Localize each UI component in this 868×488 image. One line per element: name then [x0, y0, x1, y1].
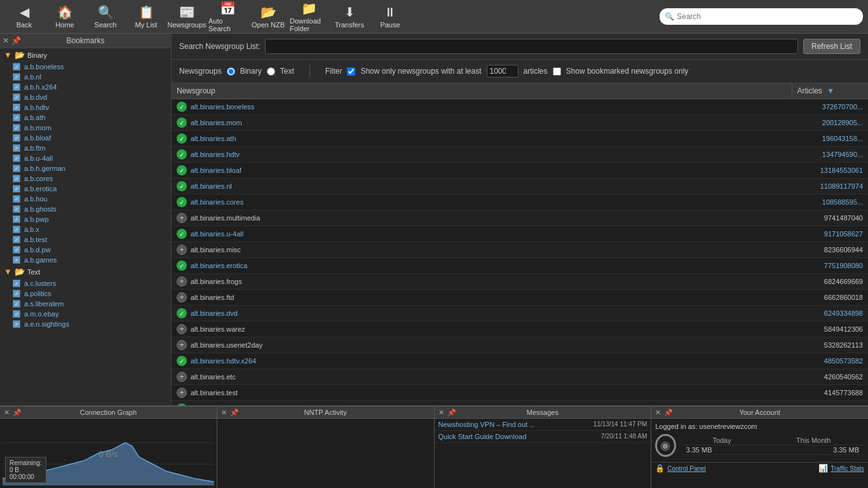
search-button[interactable]: 🔍 Search — [86, 1, 125, 32]
pause-button[interactable]: ⏸ Pause — [371, 1, 409, 32]
sidebar-checkbox[interactable] — [13, 104, 20, 111]
table-row[interactable]: ✓alt.binaries.hdtv.x2644850573582 — [172, 353, 868, 369]
back-button[interactable]: ◀ Back — [5, 1, 43, 32]
sidebar-item-ab-ghosts[interactable]: a.b.ghosts — [0, 204, 171, 214]
newsgroup-search-input[interactable] — [265, 39, 798, 54]
toolbar-search-input[interactable] — [677, 12, 858, 21]
table-row[interactable]: ✓alt.binaries.u-4all9171058627 — [172, 226, 868, 242]
home-button[interactable]: 🏠 Home — [46, 1, 84, 32]
sidebar-checkbox[interactable] — [13, 154, 20, 162]
table-row[interactable]: +alt.binaries.ftd6662860018 — [172, 290, 868, 306]
opennzb-button[interactable]: 📂 Open NZB — [249, 1, 287, 32]
table-row[interactable]: ✓alt.binaries.x4123649185 — [172, 401, 868, 406]
table-row[interactable]: +alt.binaries.frogs6824669669 — [172, 274, 868, 290]
sidebar-item-ab-hgerman[interactable]: a.b.h.german — [0, 163, 171, 173]
table-row[interactable]: ✓alt.binaries.bloaf13184553061 — [172, 163, 868, 179]
sidebar-item-ab-cores[interactable]: a.b.cores — [0, 173, 171, 184]
sidebar-item-am-ebay[interactable]: a.m.o.ebay — [0, 309, 171, 319]
account-pin[interactable]: 📌 — [664, 409, 673, 417]
connection-graph-pin[interactable]: 📌 — [13, 409, 22, 417]
sidebar-checkbox[interactable] — [13, 175, 20, 182]
table-row[interactable]: +alt.binaries.etc4260540562 — [172, 369, 868, 385]
sidebar-item-ab-hx264[interactable]: a.b.h.x264 — [0, 82, 171, 92]
sidebar-checkbox[interactable] — [13, 205, 20, 213]
toolbar-search-box[interactable]: 🔍 — [660, 8, 863, 25]
sidebar-item-ab-erotica[interactable]: a.b.erotica — [0, 184, 171, 194]
sidebar-item-ab-boneless[interactable]: a.b.boneless — [0, 62, 171, 72]
sidebar-checkbox[interactable] — [13, 215, 20, 223]
autosearch-button[interactable]: 📅 Auto Search — [208, 1, 247, 32]
table-row[interactable]: ✓alt.binaries.mom200128905... — [172, 115, 868, 131]
table-row[interactable]: ✓alt.binaries.ath196043158... — [172, 131, 868, 147]
sidebar-checkbox[interactable] — [13, 280, 20, 287]
sidebar-pin-icon[interactable]: 📌 — [11, 36, 21, 45]
sidebar-checkbox[interactable] — [13, 236, 20, 243]
sidebar-checkbox[interactable] — [13, 63, 20, 71]
newsgroup-col-header[interactable]: Newsgroup — [172, 83, 792, 99]
table-row[interactable]: +alt.binaries.test4145773688 — [172, 385, 868, 401]
table-row[interactable]: +alt.binaries.multimedia9741487040 — [172, 210, 868, 226]
sidebar-checkbox[interactable] — [13, 134, 20, 142]
table-row[interactable]: ✓alt.binaries.erotica7751908080 — [172, 258, 868, 274]
sidebar-item-ab-hou[interactable]: a.b.hou — [0, 194, 171, 204]
mylist-button[interactable]: 📋 My List — [127, 1, 165, 32]
sidebar-checkbox[interactable] — [13, 124, 20, 132]
sidebar-checkbox[interactable] — [13, 185, 20, 193]
table-row[interactable]: +alt.binaries.misc8236606944 — [172, 242, 868, 258]
show-only-checkbox[interactable] — [347, 67, 355, 76]
sidebar-close-icon[interactable]: ✕ — [3, 36, 9, 45]
sidebar-checkbox[interactable] — [13, 114, 20, 121]
min-articles-input[interactable] — [487, 65, 519, 78]
sidebar-checkbox[interactable] — [13, 290, 20, 297]
table-row[interactable]: ✓alt.binaries.nl11089117974 — [172, 179, 868, 194]
sidebar-checkbox[interactable] — [13, 256, 20, 264]
nntp-pin[interactable]: 📌 — [230, 409, 239, 417]
table-row[interactable]: +alt.binaries.usenet2day5328262113 — [172, 337, 868, 353]
sidebar-checkbox[interactable] — [13, 83, 20, 91]
sidebar-checkbox[interactable] — [13, 310, 20, 318]
sidebar-item-ab-test[interactable]: a.b.test — [0, 234, 171, 245]
downloadfolder-button[interactable]: 📁 Download Folder — [290, 1, 328, 32]
newsgroups-button[interactable]: 📰 Newsgroups — [168, 1, 206, 32]
bookmarked-only-checkbox[interactable] — [553, 67, 561, 76]
sidebar-item-ab-ftm[interactable]: a.b.ftm — [0, 143, 171, 153]
table-row[interactable]: ✓alt.binaries.cores108588595... — [172, 194, 868, 210]
connection-graph-close[interactable]: ✕ — [4, 409, 10, 417]
sidebar-checkbox[interactable] — [13, 226, 20, 233]
sidebar-item-ab-mom[interactable]: a.b.mom — [0, 123, 171, 133]
sidebar-item-ab-u4all[interactable]: a.b.u-4all — [0, 153, 171, 163]
sidebar-folder-binary[interactable]: ▼ 📂 Binary — [0, 48, 171, 62]
message-item-2[interactable]: Quick Start Guide Download 7/20/11 1:48 … — [435, 431, 651, 443]
sidebar-item-as-liberalem[interactable]: a.s.liberalem — [0, 299, 171, 309]
nntp-close[interactable]: ✕ — [221, 409, 227, 417]
sidebar-item-a-politics[interactable]: a.politics — [0, 288, 171, 299]
sidebar-item-ab-pwp[interactable]: a.b.pwp — [0, 214, 171, 224]
table-row[interactable]: ✓alt.binaries.dvd6249334898 — [172, 306, 868, 322]
table-row[interactable]: ✓alt.binaries.boneless372670700... — [172, 99, 868, 115]
sidebar-folder-text[interactable]: ▼ 📂 Text — [0, 265, 171, 278]
sidebar-item-aen-sightings[interactable]: a.e.n.sightings — [0, 319, 171, 329]
traffic-stats-link[interactable]: Traffic Stats — [831, 465, 864, 472]
sidebar-checkbox[interactable] — [13, 165, 20, 172]
messages-close[interactable]: ✕ — [438, 409, 444, 417]
sidebar-checkbox[interactable] — [13, 144, 20, 152]
sidebar-item-ab-hdtv[interactable]: a.b.hdtv — [0, 102, 171, 112]
sidebar-item-ac-lusters[interactable]: a.c.lusters — [0, 278, 171, 288]
table-row[interactable]: +alt.binaries.warez5849412306 — [172, 322, 868, 337]
sidebar-item-ab-ath[interactable]: a.b.ath — [0, 112, 171, 123]
refresh-list-button[interactable]: Refresh List — [803, 39, 860, 54]
messages-pin[interactable]: 📌 — [447, 409, 456, 417]
message-item-1[interactable]: Newshosting VPN – Find out ... 11/13/14 … — [435, 419, 651, 431]
binary-radio[interactable] — [227, 67, 235, 76]
text-radio[interactable] — [267, 67, 275, 76]
articles-col-header[interactable]: Articles ▼ — [792, 83, 868, 99]
sidebar-item-ab-bloaf[interactable]: a.b.bloaf — [0, 133, 171, 143]
sidebar-item-ab-x[interactable]: a.b.x — [0, 224, 171, 234]
sidebar-item-ab-dvd[interactable]: a.b.dvd — [0, 92, 171, 102]
transfers-button[interactable]: ⬇ Transfers — [330, 1, 369, 32]
sidebar-checkbox[interactable] — [13, 93, 20, 101]
sidebar-item-ab-games[interactable]: a.b.games — [0, 255, 171, 265]
sidebar-checkbox[interactable] — [13, 300, 20, 308]
control-panel-link[interactable]: Control Panel — [667, 465, 706, 472]
sidebar-checkbox[interactable] — [13, 195, 20, 203]
